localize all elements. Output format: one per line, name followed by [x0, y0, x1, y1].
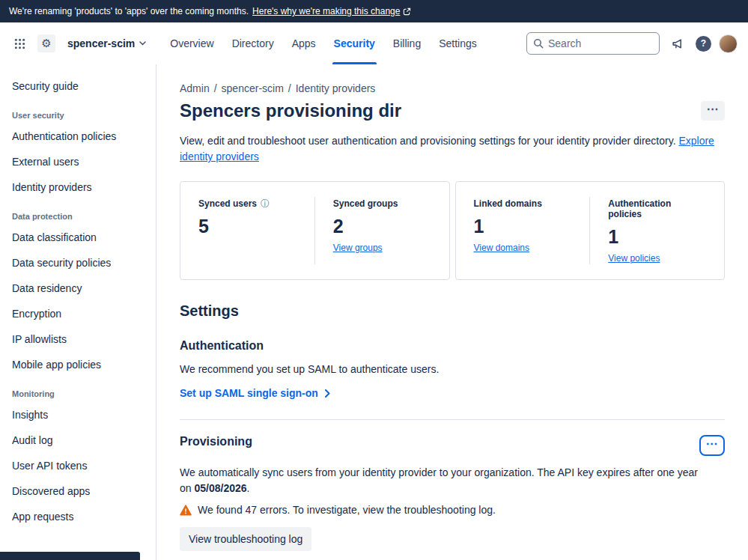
warning-icon: [180, 505, 192, 516]
stat-synced-groups: Synced groups 2 View groups: [314, 197, 449, 264]
nav-billing[interactable]: Billing: [384, 22, 430, 64]
breadcrumb-org[interactable]: spencer-scim: [222, 82, 284, 94]
stat-value: 1: [608, 226, 706, 248]
provisioning-body-text: We automatically sync users from your id…: [180, 466, 698, 494]
stat-label: Synced groups: [333, 198, 398, 209]
banner-link-label: Here's why we're making this change: [252, 6, 400, 16]
page-title: Spencers provisioning dir: [180, 100, 401, 121]
view-domains-link[interactable]: View domains: [474, 243, 529, 253]
stat-label: Synced users: [198, 198, 257, 209]
stat-linked-domains: Linked domains 1 View domains: [456, 197, 590, 264]
stat-value: 2: [333, 216, 431, 237]
sidebar-item-user-api-tokens[interactable]: User API tokens: [0, 453, 156, 478]
provisioning-heading: Provisioning: [180, 435, 252, 448]
gear-icon[interactable]: ⚙: [37, 34, 55, 52]
stat-synced-users: Synced users ⓘ 5: [180, 197, 314, 264]
search-input[interactable]: [548, 37, 645, 49]
sidebar-item-identity-providers[interactable]: Identity providers: [0, 174, 156, 200]
breadcrumb-separator: /: [214, 82, 217, 94]
sidebar-item-audit-log[interactable]: Audit log: [0, 427, 156, 453]
sidebar-heading-user-security: User security: [0, 99, 156, 124]
chevron-right-icon: [325, 389, 330, 398]
security-sidebar: Security guide User security Authenticat…: [0, 64, 156, 560]
sidebar-item-encryption[interactable]: Encryption: [0, 301, 156, 326]
authentication-body: We recommend you set up SAML to authenti…: [180, 362, 725, 377]
api-key-expiry-date: 05/08/2026: [194, 482, 246, 494]
view-groups-link[interactable]: View groups: [333, 243, 383, 253]
nav-directory[interactable]: Directory: [223, 22, 283, 64]
setup-saml-link[interactable]: Set up SAML single sign-on: [180, 387, 330, 399]
provisioning-body: We automatically sync users from your id…: [180, 465, 704, 496]
link-status-bar: [0, 552, 140, 560]
megaphone-icon[interactable]: [667, 33, 688, 54]
top-header: ⚙ spencer-scim Overview Directory Apps S…: [0, 22, 748, 64]
setup-saml-label: Set up SAML single sign-on: [180, 387, 318, 399]
stats-cards: Synced users ⓘ 5 Synced groups 2 View gr…: [180, 181, 725, 280]
nav-settings[interactable]: Settings: [430, 22, 486, 64]
search-icon: [533, 38, 544, 49]
main-content: Admin / spencer-scim / Identity provider…: [156, 64, 748, 560]
sidebar-item-app-requests[interactable]: App requests: [0, 504, 156, 529]
stat-authentication-policies: Authentication policies 1 View policies: [589, 197, 724, 264]
chevron-down-icon: [139, 41, 146, 46]
page-description: View, edit and troubleshoot user authent…: [180, 133, 725, 165]
sidebar-item-security-guide[interactable]: Security guide: [0, 73, 156, 99]
view-policies-link[interactable]: View policies: [608, 253, 660, 264]
warning-text: We found 47 errors. To investigate, view…: [198, 504, 496, 516]
org-switcher[interactable]: spencer-scim: [63, 34, 150, 52]
sidebar-item-insights[interactable]: Insights: [0, 402, 156, 427]
breadcrumb-identity-providers[interactable]: Identity providers: [296, 82, 376, 94]
banner-link[interactable]: Here's why we're making this change: [252, 6, 411, 16]
app-switcher-icon[interactable]: [9, 33, 30, 54]
org-name: spencer-scim: [67, 37, 135, 49]
announcement-banner: We're renaming 'products' to 'apps' over…: [0, 0, 748, 22]
provisioning-warning: We found 47 errors. To investigate, view…: [180, 504, 725, 516]
synced-stats-card: Synced users ⓘ 5 Synced groups 2 View gr…: [180, 181, 450, 280]
info-icon[interactable]: ⓘ: [261, 199, 270, 208]
sidebar-item-mobile-app-policies[interactable]: Mobile app policies: [0, 352, 156, 377]
sidebar-heading-monitoring: Monitoring: [0, 377, 156, 402]
sidebar-item-authentication-policies[interactable]: Authentication policies: [0, 124, 156, 149]
authentication-heading: Authentication: [180, 339, 725, 353]
sidebar-item-data-residency[interactable]: Data residency: [0, 276, 156, 301]
stat-label: Linked domains: [474, 198, 542, 209]
banner-text: We're renaming 'products' to 'apps' over…: [9, 6, 249, 16]
nav-security[interactable]: Security: [325, 22, 384, 64]
stat-label: Authentication policies: [608, 198, 706, 219]
external-link-icon: [403, 7, 411, 16]
sidebar-item-discovered-apps[interactable]: Discovered apps: [0, 478, 156, 504]
breadcrumb: Admin / spencer-scim / Identity provider…: [180, 82, 725, 94]
primary-nav: Overview Directory Apps Security Billing…: [161, 22, 486, 64]
sidebar-item-external-users[interactable]: External users: [0, 149, 156, 174]
breadcrumb-separator: /: [288, 82, 291, 94]
sidebar-heading-data-protection: Data protection: [0, 200, 156, 225]
sidebar-item-data-security-policies[interactable]: Data security policies: [0, 250, 156, 276]
provisioning-body-period: .: [247, 482, 250, 494]
stat-value: 1: [474, 216, 572, 237]
view-troubleshooting-log-button[interactable]: View troubleshooting log: [180, 527, 311, 551]
nav-overview[interactable]: Overview: [161, 22, 222, 64]
sidebar-item-data-classification[interactable]: Data classification: [0, 225, 156, 250]
section-divider: [180, 419, 725, 420]
domains-policies-card: Linked domains 1 View domains Authentica…: [455, 181, 726, 280]
description-text: View, edit and troubleshoot user authent…: [180, 135, 678, 147]
search-box[interactable]: [526, 32, 660, 55]
page-more-button[interactable]: ⋯: [701, 101, 725, 121]
settings-heading: Settings: [180, 302, 725, 320]
stat-value: 5: [198, 216, 297, 237]
sidebar-item-ip-allowlists[interactable]: IP allowlists: [0, 326, 156, 352]
avatar[interactable]: [719, 34, 738, 53]
breadcrumb-admin[interactable]: Admin: [180, 82, 210, 94]
provisioning-more-button[interactable]: ⋯: [699, 435, 725, 456]
help-icon[interactable]: ?: [696, 36, 711, 52]
nav-apps[interactable]: Apps: [283, 22, 325, 64]
